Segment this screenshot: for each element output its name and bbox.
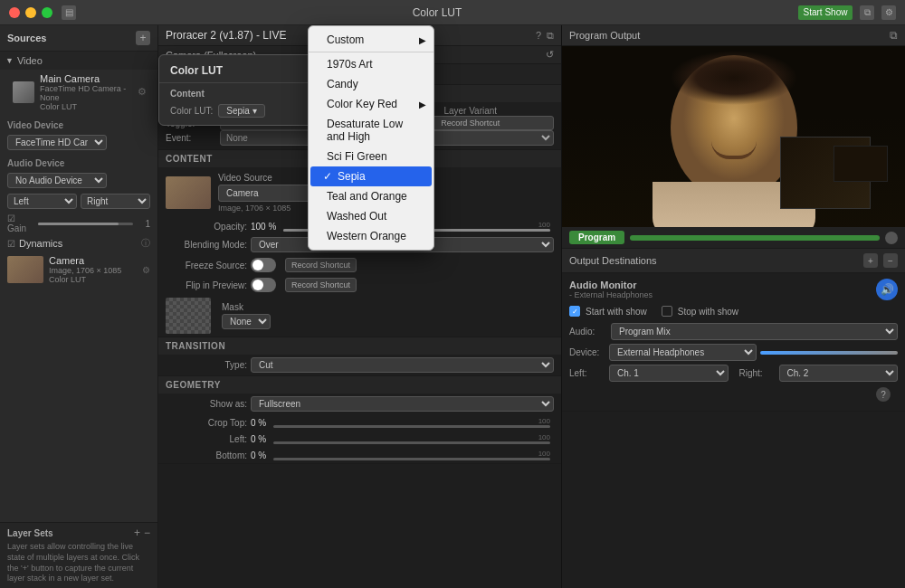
mask-row: Mask None xyxy=(158,295,561,337)
expand-icon[interactable]: ⧉ xyxy=(547,30,554,42)
crop-top-slider[interactable] xyxy=(273,425,550,428)
flip-toggle-knob xyxy=(252,280,263,290)
minimize-button[interactable] xyxy=(25,7,36,18)
device-slider[interactable] xyxy=(760,351,899,355)
audio-device-select[interactable]: No Audio Device xyxy=(7,173,107,188)
opacity-value: 100 % xyxy=(251,222,276,232)
dropdown-item-candy[interactable]: Candy xyxy=(309,74,433,94)
video-device-select[interactable]: FaceTime HD Camera xyxy=(7,135,107,150)
crop-left-value: 0 % xyxy=(251,434,266,444)
dropdown-item-sepia[interactable]: ✓ Sepia xyxy=(310,166,432,186)
sources-title: Sources xyxy=(7,33,46,43)
camera-gear-icon[interactable]: ⚙ xyxy=(142,265,150,275)
layer-refresh-icon[interactable]: ↺ xyxy=(546,49,554,61)
main-camera-thumb xyxy=(13,81,34,103)
output-remove-icon[interactable]: − xyxy=(883,253,898,268)
dropdown-item-custom[interactable]: Custom ▶ xyxy=(309,30,433,50)
dropdown-label-1970s: 1970s Art xyxy=(327,58,373,71)
camera-info: Camera Image, 1706 × 1085 Color LUT xyxy=(49,255,142,284)
stop-with-show-checkbox[interactable] xyxy=(662,306,672,317)
main-camera-item[interactable]: Main Camera FaceTime HD Camera - None Co… xyxy=(0,70,157,115)
video-thumb xyxy=(166,176,211,209)
stop-with-show-row: Stop with show xyxy=(662,304,738,318)
settings-icon[interactable]: ⚙ xyxy=(881,5,896,20)
crop-bottom-label: Bottom: xyxy=(166,450,247,460)
dynamics-checkbox[interactable]: ☑ xyxy=(7,239,15,249)
dropdown-item-colorkey[interactable]: Color Key Red ▶ xyxy=(309,94,433,114)
dropdown-item-scifi[interactable]: Sci Fi Green xyxy=(309,147,433,166)
dropdown-item-western[interactable]: Western Orange xyxy=(309,226,433,246)
flip-toggle[interactable] xyxy=(251,278,276,292)
crop-bottom-slider[interactable] xyxy=(273,458,550,460)
crop-top-row: Crop Top: 0 % 100 xyxy=(158,414,561,431)
dropdown-item-1970s[interactable]: 1970s Art xyxy=(309,54,433,74)
crop-left-row: Left: 0 % 100 xyxy=(158,431,561,447)
audio-audio-row: Audio: Program Mix xyxy=(569,321,898,342)
start-with-show-checkbox[interactable] xyxy=(569,306,580,317)
dropdown-label-scifi: Sci Fi Green xyxy=(327,150,387,163)
camera-sub2: Color LUT xyxy=(49,275,142,284)
window-icon[interactable]: ▤ xyxy=(62,5,76,20)
pip-icon[interactable]: ⧉ xyxy=(860,5,874,20)
left-sidebar: Sources + ▼ Video Main Camera FaceTime H… xyxy=(0,25,158,588)
freeze-shortcut[interactable]: Record Shortcut xyxy=(285,258,357,272)
color-lut-value-btn[interactable]: Sepia ▾ xyxy=(218,104,264,118)
program-circle[interactable] xyxy=(885,232,898,244)
audio-device-control: No Audio Device xyxy=(0,170,157,191)
main-camera-name: Main Camera xyxy=(40,73,138,84)
close-button[interactable] xyxy=(9,7,20,18)
gain-row: ☑ Gain 1 xyxy=(0,212,157,235)
add-source-button[interactable]: + xyxy=(136,31,150,45)
right-ch-label: Right: xyxy=(739,368,776,378)
left-ch-select[interactable]: Ch. 1 xyxy=(609,365,729,382)
program-button[interactable]: Program xyxy=(569,231,624,244)
flip-shortcut[interactable]: Record Shortcut xyxy=(285,278,357,292)
output-add-icon[interactable]: + xyxy=(863,253,878,268)
crop-bottom-row: Bottom: 0 % 100 xyxy=(158,447,561,463)
center-top-title: Proracer 2 (v1.87) - LIVE xyxy=(166,29,286,42)
right-select[interactable]: Right xyxy=(81,194,150,209)
transition-type-select[interactable]: Cut xyxy=(251,357,554,373)
freeze-toggle[interactable] xyxy=(251,258,276,272)
main-camera-gear-icon[interactable]: ⚙ xyxy=(138,86,150,99)
dropdown-item-desat[interactable]: Desaturate Low and High xyxy=(309,114,433,147)
mask-select[interactable]: None xyxy=(222,314,271,329)
right-ch-select[interactable]: Ch. 2 xyxy=(779,365,899,382)
transition-header: Transition xyxy=(158,337,561,355)
right-top-bar: Program Output ⧉ xyxy=(562,25,905,46)
audio-speaker-button[interactable]: 🔊 xyxy=(876,279,898,300)
layer-sets-add-icon[interactable]: + xyxy=(134,526,140,539)
left-select[interactable]: Left xyxy=(7,194,77,209)
transition-type-row: Type: Cut xyxy=(158,355,561,375)
device-select[interactable]: External Headphones xyxy=(609,344,757,361)
video-section-header[interactable]: ▼ Video xyxy=(0,52,157,70)
help-button[interactable]: ? xyxy=(876,387,891,402)
crop-left-slider[interactable] xyxy=(273,441,550,444)
audio-monitor-subtitle: - External Headphones xyxy=(569,290,653,299)
flip-row: Flip in Preview: Record Shortcut xyxy=(158,275,561,295)
main-camera-sub: FaceTime HD Camera - None xyxy=(40,84,138,102)
output-destinations-header: Output Destinations + − xyxy=(562,248,905,273)
dropdown-item-teal[interactable]: Teal and Orange xyxy=(309,186,433,206)
stop-with-show-label: Stop with show xyxy=(678,307,738,317)
help-icon[interactable]: ? xyxy=(536,30,541,42)
program-expand-icon[interactable]: ⧉ xyxy=(890,29,898,42)
audio-monitor-header: Audio Monitor - External Headphones 🔊 xyxy=(569,279,898,300)
layer-sets-description: Layer sets allow controlling the live st… xyxy=(7,542,150,584)
output-destinations-label: Output Destinations xyxy=(569,255,657,266)
gain-slider[interactable] xyxy=(38,223,133,225)
layer-sets-remove-icon[interactable]: − xyxy=(144,526,150,539)
dropdown-item-washed[interactable]: Washed Out xyxy=(309,206,433,226)
dropdown-label-candy: Candy xyxy=(327,78,358,90)
traffic-lights xyxy=(9,7,52,18)
start-show-button[interactable]: Start Show xyxy=(798,5,853,20)
camera-item[interactable]: Camera Image, 1706 × 1085 Color LUT ⚙ xyxy=(0,251,157,288)
fullscreen-button[interactable] xyxy=(42,7,52,18)
program-preview xyxy=(562,46,905,227)
right-panel: Program Output ⧉ xyxy=(561,25,905,588)
audio-mix-select[interactable]: Program Mix xyxy=(611,323,898,340)
crop-left-label: Left: xyxy=(166,434,247,444)
video-device-label: Video Device xyxy=(0,115,157,132)
main-camera-info: Main Camera FaceTime HD Camera - None Co… xyxy=(40,73,138,111)
show-as-select[interactable]: Fullscreen xyxy=(251,396,554,412)
